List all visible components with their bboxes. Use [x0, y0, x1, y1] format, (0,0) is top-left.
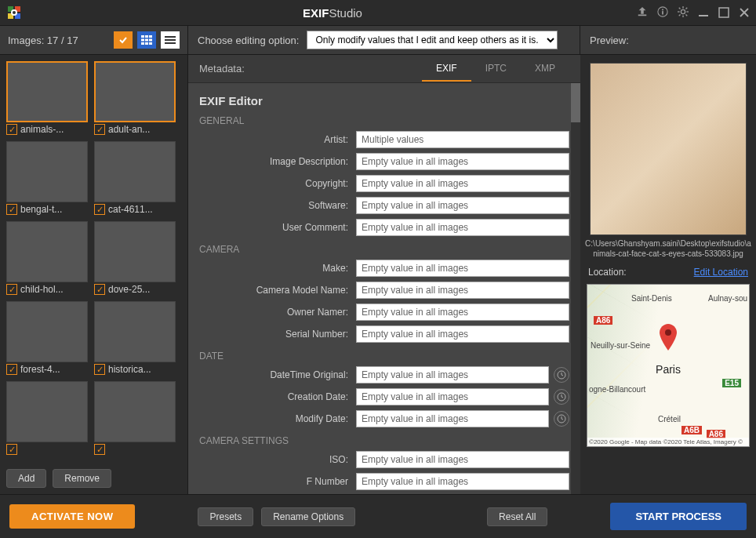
checkbox-icon[interactable]	[94, 444, 105, 455]
grid-view-toggle[interactable]	[137, 31, 156, 49]
thumbnail-item[interactable]	[94, 381, 176, 455]
model-input[interactable]	[356, 282, 569, 299]
location-label: Location:	[588, 267, 627, 278]
svg-line-18	[686, 7, 688, 9]
owner-input[interactable]	[356, 304, 569, 321]
thumbnail-item[interactable]: historica...	[94, 301, 176, 375]
add-button[interactable]: Add	[6, 469, 46, 488]
svg-line-37	[562, 375, 563, 376]
svg-line-16	[686, 14, 688, 16]
thumbnail-item[interactable]: forest-4...	[6, 301, 88, 375]
datetime-original-input[interactable]	[356, 366, 549, 384]
checkbox-icon[interactable]	[6, 364, 17, 375]
svg-rect-29	[141, 42, 144, 45]
thumbnail-item[interactable]	[6, 381, 88, 455]
editor-scrollbar[interactable]	[571, 83, 580, 494]
map-place-label: Créteil	[658, 415, 681, 423]
location-map[interactable]: Saint-Denis Aulnay-sou Neuilly-sur-Seine…	[587, 284, 750, 447]
map-attribution: ©2020 Google - Map data ©2020 Tele Atlas…	[587, 438, 749, 446]
list-view-toggle[interactable]	[161, 31, 180, 49]
checkbox-icon[interactable]	[6, 444, 17, 455]
minimize-button[interactable]	[698, 7, 709, 18]
preview-image	[590, 63, 747, 235]
tab-xmp[interactable]: XMP	[521, 56, 569, 82]
field-label: Serial Number:	[199, 329, 356, 340]
field-label: Artist:	[199, 134, 356, 145]
clock-icon[interactable]	[554, 389, 569, 405]
editor-title: EXIF Editor	[199, 94, 569, 107]
description-input[interactable]	[356, 153, 569, 170]
share-icon[interactable]	[637, 6, 648, 20]
start-process-button[interactable]: START PROCESS	[610, 503, 747, 530]
tab-iptc[interactable]: IPTC	[471, 56, 521, 82]
editing-option-select[interactable]: Only modify values that I edit and keep …	[307, 31, 558, 49]
thumbnail-label: child-hol...	[20, 284, 64, 295]
svg-rect-24	[145, 35, 148, 38]
thumbnail-grid: animals-... adult-an... bengal-t... cat-…	[0, 55, 187, 463]
thumbnail-image	[94, 301, 176, 362]
copyright-input[interactable]	[356, 175, 569, 192]
bottom-bar: ACTIVATE NOW Presets Rename Options Rese…	[0, 494, 756, 538]
thumbnail-item[interactable]: bengal-t...	[6, 141, 88, 215]
artist-input[interactable]	[356, 131, 569, 148]
svg-point-44	[665, 329, 671, 336]
svg-rect-25	[149, 35, 152, 38]
make-input[interactable]	[356, 260, 569, 277]
section-settings: CAMERA SETTINGS	[199, 435, 569, 446]
checkbox-icon[interactable]	[94, 124, 105, 135]
checkbox-icon[interactable]	[6, 124, 17, 135]
sidebar: animals-... adult-an... bengal-t... cat-…	[0, 55, 188, 494]
map-road-label: E15	[722, 379, 741, 387]
map-city-label: Paris	[656, 363, 681, 376]
svg-rect-8	[662, 11, 663, 14]
thumbnail-label: bengal-t...	[20, 204, 62, 215]
checkbox-icon[interactable]	[6, 204, 17, 215]
checkbox-icon[interactable]	[6, 284, 17, 295]
close-button[interactable]	[739, 7, 750, 18]
rename-options-button[interactable]: Rename Options	[261, 507, 355, 526]
checkbox-icon[interactable]	[94, 284, 105, 295]
svg-rect-28	[149, 39, 152, 42]
remove-button[interactable]: Remove	[53, 469, 111, 488]
field-label: Image Description:	[199, 156, 356, 167]
thumbnail-item[interactable]: adult-an...	[94, 61, 176, 135]
section-general: GENERAL	[199, 115, 569, 126]
maximize-button[interactable]	[718, 7, 729, 18]
clock-icon[interactable]	[554, 411, 569, 427]
presets-button[interactable]: Presets	[198, 507, 253, 526]
thumbnail-item[interactable]: animals-...	[6, 61, 88, 135]
serial-input[interactable]	[356, 325, 569, 343]
select-all-toggle[interactable]	[114, 31, 133, 49]
info-icon[interactable]	[657, 6, 668, 20]
thumbnail-label: forest-4...	[20, 364, 60, 375]
thumbnail-image	[6, 381, 88, 442]
thumbnail-item[interactable]: child-hol...	[6, 221, 88, 295]
user-comment-input[interactable]	[356, 219, 569, 236]
gear-icon[interactable]	[678, 6, 689, 20]
clock-icon[interactable]	[554, 367, 569, 383]
svg-rect-34	[165, 42, 176, 44]
thumbnail-item[interactable]: cat-4611...	[94, 141, 176, 215]
svg-line-43	[562, 419, 563, 420]
svg-rect-32	[165, 36, 176, 38]
activate-now-button[interactable]: ACTIVATE NOW	[9, 504, 135, 529]
creation-date-input[interactable]	[356, 388, 549, 405]
svg-rect-20	[719, 8, 729, 17]
thumbnail-label: adult-an...	[108, 124, 150, 135]
section-date: DATE	[199, 351, 569, 362]
modify-date-input[interactable]	[356, 410, 549, 427]
checkbox-icon[interactable]	[94, 204, 105, 215]
checkbox-icon[interactable]	[94, 364, 105, 375]
svg-rect-9	[662, 9, 663, 10]
edit-location-link[interactable]: Edit Location	[694, 267, 748, 278]
thumbnail-label: animals-...	[20, 124, 64, 135]
tab-exif[interactable]: EXIF	[422, 56, 471, 82]
software-input[interactable]	[356, 197, 569, 214]
preview-path: C:\Users\Ghanshyam.saini\Desktop\exifstu…	[580, 238, 756, 264]
fnumber-input[interactable]	[356, 473, 569, 490]
reset-all-button[interactable]: Reset All	[487, 507, 547, 526]
thumbnail-image	[94, 61, 176, 122]
thumbnail-item[interactable]: dove-25...	[94, 221, 176, 295]
map-road-label: A86	[594, 316, 612, 325]
iso-input[interactable]	[356, 451, 569, 468]
